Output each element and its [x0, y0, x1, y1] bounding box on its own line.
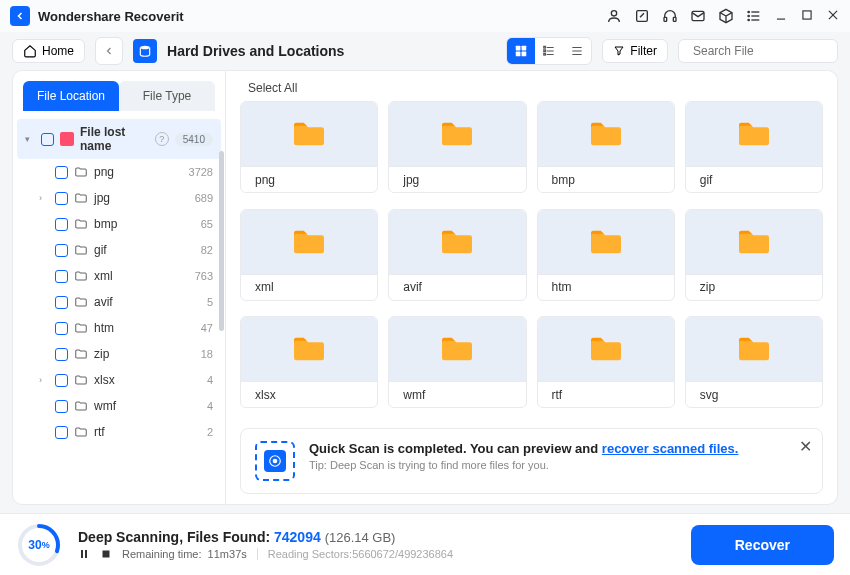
checkbox[interactable]	[55, 348, 68, 361]
folder-icon	[74, 165, 88, 179]
checkbox[interactable]	[55, 426, 68, 439]
tree-item-count: 689	[195, 192, 213, 204]
home-button[interactable]: Home	[12, 39, 85, 63]
notification-tip: Tip: Deep Scan is trying to find more fi…	[309, 459, 808, 471]
checkbox[interactable]	[41, 133, 54, 146]
svg-rect-19	[522, 52, 527, 57]
svg-point-8	[748, 11, 749, 12]
svg-rect-17	[522, 46, 527, 51]
view-toggle	[506, 37, 592, 65]
statusbar: 30% Deep Scanning, Files Found: 742094 (…	[0, 513, 850, 575]
tree-item-count: 47	[201, 322, 213, 334]
svg-point-15	[140, 46, 149, 50]
folder-icon	[74, 399, 88, 413]
view-detail-button[interactable]	[563, 38, 591, 64]
account-icon[interactable]	[606, 8, 622, 24]
folder-icon	[74, 425, 88, 439]
location-breadcrumb: Hard Drives and Locations	[167, 43, 344, 59]
tree-item[interactable]: xml 763	[17, 263, 221, 289]
folder-card[interactable]: bmp	[537, 101, 675, 193]
stop-icon[interactable]	[100, 548, 112, 560]
folder-card[interactable]: jpg	[388, 101, 526, 193]
filter-button[interactable]: Filter	[602, 39, 668, 63]
tree-item-label: htm	[94, 321, 195, 335]
checkbox[interactable]	[55, 400, 68, 413]
checkbox[interactable]	[55, 218, 68, 231]
folder-card[interactable]: png	[240, 101, 378, 193]
folder-thumbnail	[686, 317, 822, 381]
checkbox[interactable]	[55, 244, 68, 257]
tree-root[interactable]: ▾ File lost name ? 5410	[17, 119, 221, 159]
tree-item[interactable]: › jpg 689	[17, 185, 221, 211]
folder-card[interactable]: xml	[240, 209, 378, 301]
svg-rect-35	[81, 550, 83, 558]
folder-card[interactable]: xlsx	[240, 316, 378, 408]
mail-icon[interactable]	[690, 8, 706, 24]
checkbox[interactable]	[55, 296, 68, 309]
help-icon[interactable]: ?	[155, 132, 169, 146]
checkbox[interactable]	[55, 374, 68, 387]
folder-thumbnail	[241, 210, 377, 274]
feedback-icon[interactable]	[634, 8, 650, 24]
tab-file-type[interactable]: File Type	[119, 81, 215, 111]
folder-name: gif	[700, 173, 713, 187]
pause-icon[interactable]	[78, 548, 90, 560]
search-input[interactable]	[693, 44, 843, 58]
folder-icon	[74, 373, 88, 387]
maximize-icon[interactable]	[800, 8, 814, 24]
tree-item[interactable]: gif 82	[17, 237, 221, 263]
svg-rect-3	[673, 17, 676, 21]
close-icon[interactable]	[826, 8, 840, 24]
folder-icon	[74, 321, 88, 335]
tree-item[interactable]: png 3728	[17, 159, 221, 185]
file-tree: ▾ File lost name ? 5410 png 3728› jpg 68…	[13, 111, 225, 504]
scan-status-line: Deep Scanning, Files Found: 742094 (126.…	[78, 529, 675, 545]
view-grid-button[interactable]	[507, 38, 535, 64]
tree-item-label: avif	[94, 295, 201, 309]
tree-root-label: File lost name	[80, 125, 149, 153]
scrollbar[interactable]	[219, 151, 224, 331]
folder-thumbnail	[686, 210, 822, 274]
tree-item-label: xlsx	[94, 373, 201, 387]
tree-item[interactable]: htm 47	[17, 315, 221, 341]
checkbox[interactable]	[55, 270, 68, 283]
tree-item[interactable]: rtf 2	[17, 419, 221, 445]
tree-item-count: 65	[201, 218, 213, 230]
svg-point-10	[748, 19, 749, 20]
tree-item-label: zip	[94, 347, 195, 361]
tab-file-location[interactable]: File Location	[23, 81, 119, 111]
tree-item[interactable]: bmp 65	[17, 211, 221, 237]
notification-close-icon[interactable]: ✕	[799, 437, 812, 456]
folder-name: zip	[700, 280, 715, 294]
folder-card[interactable]: zip	[685, 209, 823, 301]
folder-card[interactable]: svg	[685, 316, 823, 408]
tree-item[interactable]: avif 5	[17, 289, 221, 315]
tree-item-count: 2	[207, 426, 213, 438]
tree-item-count: 4	[207, 374, 213, 386]
checkbox[interactable]	[55, 166, 68, 179]
headset-icon[interactable]	[662, 8, 678, 24]
folder-card[interactable]: wmf	[388, 316, 526, 408]
checkbox[interactable]	[55, 192, 68, 205]
tree-item-count: 3728	[189, 166, 213, 178]
search-box[interactable]	[678, 39, 838, 63]
back-button[interactable]	[95, 37, 123, 65]
folder-card[interactable]: htm	[537, 209, 675, 301]
cube-icon[interactable]	[718, 8, 734, 24]
recover-files-link[interactable]: recover scanned files.	[602, 441, 739, 456]
minimize-icon[interactable]	[774, 8, 788, 24]
svg-rect-24	[544, 50, 546, 52]
files-found-count: 742094	[274, 529, 321, 545]
recover-button[interactable]: Recover	[691, 525, 834, 565]
menu-icon[interactable]	[746, 8, 762, 24]
tree-item[interactable]: zip 18	[17, 341, 221, 367]
view-list-button[interactable]	[535, 38, 563, 64]
tree-item-count: 4	[207, 400, 213, 412]
tree-item[interactable]: wmf 4	[17, 393, 221, 419]
checkbox[interactable]	[55, 322, 68, 335]
tree-item[interactable]: › xlsx 4	[17, 367, 221, 393]
folder-card[interactable]: avif	[388, 209, 526, 301]
folder-card[interactable]: gif	[685, 101, 823, 193]
tree-item-count: 18	[201, 348, 213, 360]
folder-card[interactable]: rtf	[537, 316, 675, 408]
